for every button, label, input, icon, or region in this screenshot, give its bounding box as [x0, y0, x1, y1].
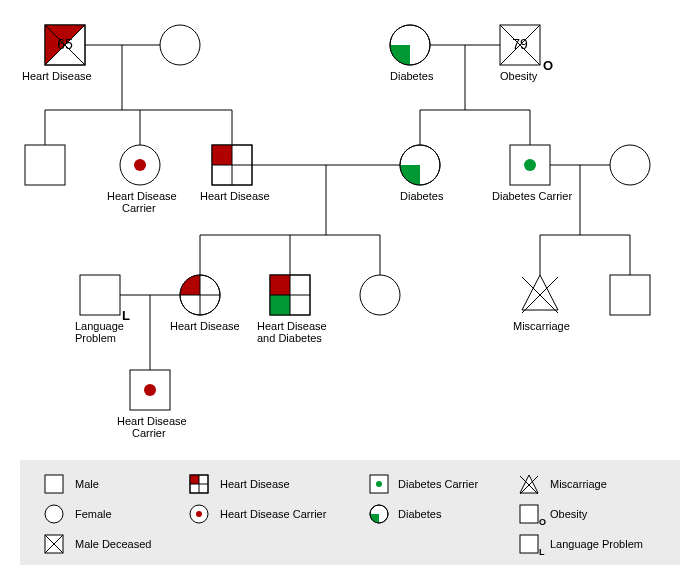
person-g2-m1	[25, 145, 65, 185]
svg-point-4	[160, 25, 200, 65]
svg-rect-39	[270, 275, 290, 295]
svg-point-44	[360, 275, 400, 315]
person-g4-m1: Heart Disease Carrier	[117, 370, 190, 439]
person-g3-f2	[360, 275, 400, 315]
svg-rect-17	[212, 145, 232, 165]
svg-point-53	[45, 505, 63, 523]
svg-text:Obesity: Obesity	[550, 508, 588, 520]
svg-text:L: L	[539, 547, 545, 557]
person-g2-m2: Heart Disease	[200, 145, 270, 202]
person-label: Diabetes Carrier	[492, 190, 572, 202]
person-label: Heart Disease and Diabetes	[257, 320, 330, 344]
svg-point-69	[376, 481, 382, 487]
svg-rect-81	[520, 535, 538, 553]
svg-rect-13	[25, 145, 65, 185]
svg-text:O: O	[539, 517, 546, 527]
age-label: 65	[57, 36, 73, 52]
person-g3-m3	[610, 275, 650, 315]
svg-rect-78	[520, 505, 538, 523]
person-g1-f1	[160, 25, 200, 65]
svg-rect-48	[610, 275, 650, 315]
person-g3-f1: Heart Disease	[170, 275, 240, 332]
svg-rect-60	[190, 475, 199, 484]
svg-marker-45	[522, 275, 558, 310]
svg-text:Female: Female	[75, 508, 112, 520]
person-g3-m2: Heart Disease and Diabetes	[257, 275, 330, 344]
person-label: Diabetes	[390, 70, 434, 82]
svg-text:Diabetes Carrier: Diabetes Carrier	[398, 478, 478, 490]
svg-rect-33	[80, 275, 120, 315]
svg-text:Male Deceased: Male Deceased	[75, 538, 151, 550]
svg-rect-51	[45, 475, 63, 493]
person-g2-f2: Diabetes	[400, 145, 444, 202]
svg-text:Language Problem: Language Problem	[550, 538, 643, 550]
svg-text:Male: Male	[75, 478, 99, 490]
svg-point-50	[144, 384, 156, 396]
person-g1-f2: Diabetes	[390, 25, 434, 82]
person-g3-x1: Miscarriage	[513, 275, 570, 332]
person-g1-m1: 65 Heart Disease	[22, 25, 92, 82]
person-label: Diabetes	[400, 190, 444, 202]
age-label: 79	[512, 36, 528, 52]
person-g3-m1: L Language Problem	[75, 275, 130, 344]
person-label: Language Problem	[75, 320, 127, 344]
person-label: Heart Disease	[200, 190, 270, 202]
person-g1-m2: 79 O Obesity	[500, 25, 553, 82]
pedigree-diagram: 65 Heart Disease Diabetes 79 O Obesity H…	[0, 0, 700, 577]
person-label: Heart Disease	[22, 70, 92, 82]
svg-point-15	[134, 159, 146, 171]
svg-text:Miscarriage: Miscarriage	[550, 478, 607, 490]
person-g2-f1: Heart Disease Carrier	[107, 145, 180, 214]
svg-point-66	[196, 511, 202, 517]
svg-text:Heart Disease Carrier: Heart Disease Carrier	[220, 508, 327, 520]
svg-point-27	[610, 145, 650, 185]
person-label: Heart Disease Carrier	[107, 190, 180, 214]
person-label: Heart Disease Carrier	[117, 415, 190, 439]
svg-rect-40	[270, 295, 290, 315]
person-label: Obesity	[500, 70, 538, 82]
svg-text:Diabetes: Diabetes	[398, 508, 442, 520]
svg-point-26	[524, 159, 536, 171]
person-g2-f3	[610, 145, 650, 185]
obesity-marker: O	[543, 58, 553, 73]
person-label: Heart Disease	[170, 320, 240, 332]
person-label: Miscarriage	[513, 320, 570, 332]
svg-text:Heart Disease: Heart Disease	[220, 478, 290, 490]
person-g2-m3: Diabetes Carrier	[492, 145, 572, 202]
